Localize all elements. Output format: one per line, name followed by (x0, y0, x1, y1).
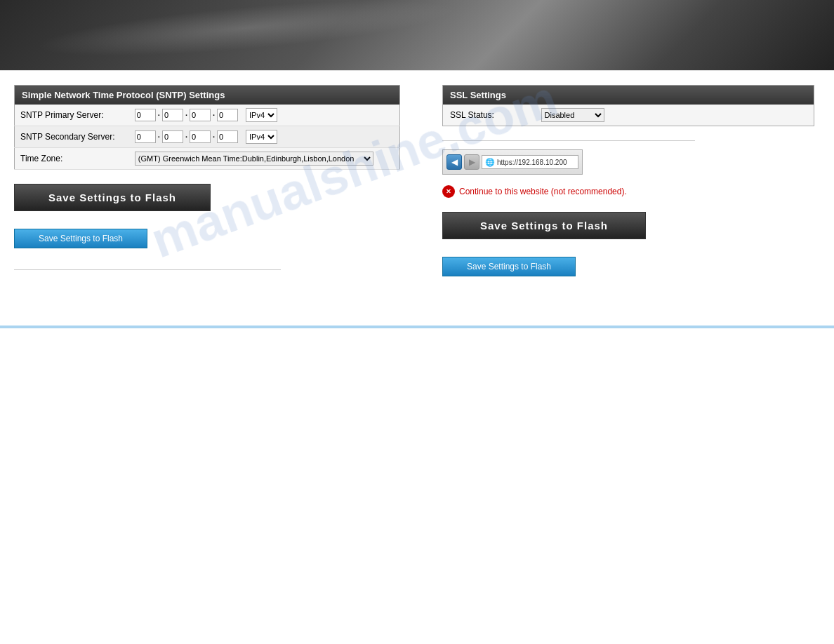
right-column: SSL Settings SSL Status: Disabled Enable… (435, 85, 820, 297)
ip-sep-1: · (158, 111, 160, 119)
ssl-title: SSL Settings (443, 86, 814, 105)
ie-icon: 🌐 (485, 158, 495, 167)
save-blue-button-1[interactable]: Save Settings to Flash (14, 229, 147, 248)
page-wrapper: manualshine.com Simple Network Time Prot… (0, 0, 834, 328)
save-blue-wrapper-2: Save Settings to Flash (442, 257, 820, 276)
sntp-primary-ip-3[interactable] (190, 109, 211, 121)
main-content: Simple Network Time Protocol (SNTP) Sett… (0, 71, 834, 311)
sntp-settings-table: Simple Network Time Protocol (SNTP) Sett… (14, 85, 400, 170)
browser-url: https://192.168.10.200 (497, 159, 567, 166)
browser-back-button[interactable]: ◀ (446, 154, 462, 170)
sntp-primary-ip-2[interactable] (162, 109, 183, 121)
sntp-secondary-ip-2[interactable] (162, 130, 183, 143)
sntp-secondary-ip-4[interactable] (217, 130, 238, 143)
sntp-primary-ip-version[interactable]: IPv4 IPv6 (246, 108, 277, 122)
sntp-secondary-ip-1[interactable] (135, 130, 156, 143)
sntp-secondary-value: · · · IPv4 IPv6 (129, 126, 400, 148)
sntp-title: Simple Network Time Protocol (SNTP) Sett… (15, 86, 400, 105)
sntp-timezone-row: Time Zone: (GMT) Greenwich Mean Time:Dub… (15, 148, 400, 170)
footer-divider (0, 326, 834, 326)
divider-left (14, 269, 281, 270)
ssl-status-value: Disabled Enabled (534, 105, 814, 126)
save-blue-button-2[interactable]: Save Settings to Flash (442, 257, 576, 276)
sntp-timezone-value: (GMT) Greenwich Mean Time:Dublin,Edinbur… (129, 148, 400, 170)
ip-sep-2: · (185, 111, 187, 119)
sntp-secondary-ip-version[interactable]: IPv4 IPv6 (246, 130, 277, 144)
warning-link[interactable]: Continue to this website (not recommende… (442, 185, 820, 198)
sntp-primary-ip-1[interactable] (135, 109, 156, 121)
header-banner (0, 0, 834, 70)
sntp-primary-value: · · · IPv4 IPv6 (129, 105, 400, 126)
ip-sep-4: · (158, 133, 160, 141)
save-dark-button-2[interactable]: Save Settings to Flash (442, 212, 646, 239)
sntp-primary-label: SNTP Primary Server: (15, 105, 129, 126)
sntp-primary-ip-4[interactable] (217, 109, 238, 121)
sntp-primary-ip-group: · · · IPv4 IPv6 (135, 108, 394, 122)
save-dark-button-1[interactable]: Save Settings to Flash (14, 184, 211, 211)
browser-address-bar: 🌐 https://192.168.10.200 (482, 155, 578, 169)
browser-forward-button[interactable]: ▶ (464, 154, 479, 170)
sntp-primary-row: SNTP Primary Server: · · · (15, 105, 400, 126)
sntp-timezone-select[interactable]: (GMT) Greenwich Mean Time:Dublin,Edinbur… (135, 152, 373, 166)
sntp-secondary-ip-3[interactable] (190, 130, 211, 143)
save-dark-wrapper-2: Save Settings to Flash (442, 212, 820, 239)
content-page: Simple Network Time Protocol (SNTP) Sett… (0, 70, 834, 328)
warning-text: Continue to this website (not recommende… (459, 187, 627, 196)
ssl-status-label: SSL Status: (443, 105, 534, 126)
ip-sep-6: · (213, 133, 215, 141)
left-column: Simple Network Time Protocol (SNTP) Sett… (14, 85, 421, 297)
ssl-settings-table: SSL Settings SSL Status: Disabled Enable… (442, 85, 814, 126)
sntp-secondary-row: SNTP Secondary Server: · · · (15, 126, 400, 148)
ip-sep-5: · (185, 133, 187, 141)
sntp-secondary-label: SNTP Secondary Server: (15, 126, 129, 148)
sntp-secondary-ip-group: · · · IPv4 IPv6 (135, 130, 394, 144)
ssl-status-select[interactable]: Disabled Enabled (541, 108, 604, 122)
ip-sep-3: · (213, 111, 215, 119)
save-dark-wrapper-1: Save Settings to Flash (14, 184, 421, 211)
warning-icon (442, 185, 455, 198)
sntp-timezone-label: Time Zone: (15, 148, 129, 170)
ssl-status-row: SSL Status: Disabled Enabled (443, 105, 814, 126)
save-blue-wrapper-1: Save Settings to Flash (14, 229, 421, 248)
divider-right-top (442, 140, 695, 141)
browser-bar: ◀ ▶ 🌐 https://192.168.10.200 (442, 149, 583, 175)
